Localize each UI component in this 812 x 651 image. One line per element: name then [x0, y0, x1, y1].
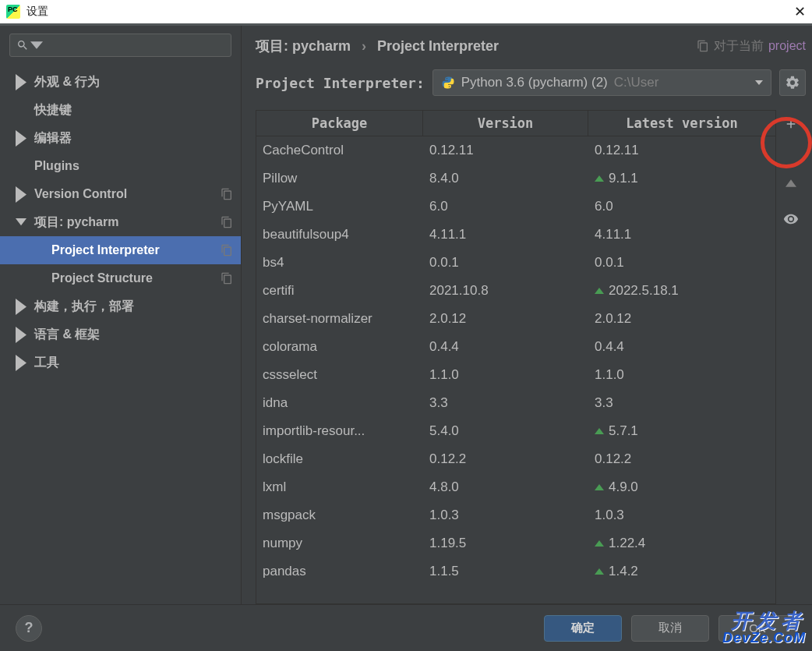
- col-header-latest[interactable]: Latest version: [588, 111, 775, 136]
- sidebar-item[interactable]: 外观 & 行为: [0, 68, 241, 96]
- table-row[interactable]: numpy1.19.51.22.4: [256, 529, 775, 557]
- table-row[interactable]: msgpack1.0.31.0.3: [256, 501, 775, 529]
- cell-latest: 0.0.1: [588, 255, 775, 271]
- table-row[interactable]: pandas1.1.51.4.2: [256, 557, 775, 586]
- add-package-button[interactable]: [777, 110, 805, 138]
- cell-package: PyYAML: [256, 199, 423, 214]
- update-available-icon: [595, 428, 604, 434]
- chevron-right-icon: [16, 327, 26, 343]
- search-input[interactable]: [9, 34, 231, 57]
- cell-latest: 1.0.3: [588, 508, 775, 523]
- sidebar-item-label: Plugins: [34, 159, 79, 173]
- table-row[interactable]: lxml4.8.04.9.0: [256, 473, 775, 501]
- chevron-down-icon: [16, 218, 26, 225]
- cell-version: 0.4.4: [423, 339, 588, 355]
- sidebar-item[interactable]: 项目: pycharm: [0, 208, 241, 236]
- help-button[interactable]: ?: [16, 615, 42, 642]
- cell-version: 0.12.11: [423, 143, 588, 158]
- ok-button[interactable]: 确定: [544, 615, 622, 642]
- packages-table-body[interactable]: CacheControl0.12.110.12.11Pillow8.4.09.1…: [256, 136, 775, 603]
- col-header-package[interactable]: Package: [256, 111, 423, 136]
- eye-icon: [783, 211, 799, 227]
- sidebar-item-label: 外观 & 行为: [34, 74, 100, 90]
- sidebar-item[interactable]: 快捷键: [0, 96, 241, 124]
- sidebar-item-label: 项目: pycharm: [34, 214, 118, 231]
- python-icon: [441, 76, 455, 90]
- sidebar-item[interactable]: 工具: [0, 348, 241, 377]
- copy-icon: [697, 40, 709, 52]
- sidebar-item[interactable]: 构建，执行，部署: [0, 292, 241, 320]
- main-panel: 项目: pycharm › Project Interpreter 对于当前 p…: [242, 26, 812, 604]
- table-row[interactable]: charset-normalizer2.0.122.0.12: [256, 305, 775, 333]
- cell-version: 1.1.5: [423, 564, 588, 579]
- chevron-down-icon: [30, 39, 43, 51]
- sidebar-item-label: 快捷键: [34, 102, 72, 119]
- chevron-right-icon: [16, 130, 26, 147]
- cell-version: 1.19.5: [423, 536, 588, 551]
- cell-version: 8.4.0: [423, 171, 588, 186]
- interpreter-name: Python 3.6 (pycharm) (2): [461, 75, 608, 90]
- table-row[interactable]: PyYAML6.06.0: [256, 193, 775, 221]
- cell-version: 0.0.1: [423, 255, 588, 271]
- interpreter-settings-button[interactable]: [779, 69, 806, 96]
- cell-package: lxml: [256, 479, 423, 495]
- cell-version: 2021.10.8: [423, 283, 588, 299]
- sidebar-item[interactable]: 语言 & 框架: [0, 320, 241, 348]
- cell-package: bs4: [256, 255, 423, 271]
- cell-latest: 9.1.1: [588, 171, 775, 186]
- table-row[interactable]: colorama0.4.40.4.4: [256, 333, 775, 361]
- cell-latest: 0.4.4: [588, 339, 775, 355]
- packages-table: Package Version Latest version CacheCont…: [256, 110, 776, 604]
- breadcrumb: 项目: pycharm › Project Interpreter 对于当前 p…: [256, 37, 806, 55]
- table-row[interactable]: idna3.33.3: [256, 389, 775, 417]
- chevron-right-icon: [16, 355, 26, 371]
- cell-package: idna: [256, 395, 423, 411]
- cell-latest: 1.1.0: [588, 367, 775, 383]
- table-row[interactable]: CacheControl0.12.110.12.11: [256, 136, 775, 165]
- cell-version: 5.4.0: [423, 423, 588, 439]
- scope-label: 对于当前: [714, 38, 764, 55]
- table-row[interactable]: importlib-resour...5.4.05.7.1: [256, 417, 775, 445]
- arrow-up-icon: [786, 179, 796, 187]
- cell-package: lockfile: [256, 451, 423, 467]
- upgrade-package-button[interactable]: [777, 169, 805, 197]
- sidebar-item[interactable]: 编辑器: [0, 124, 241, 152]
- sidebar-item[interactable]: Version Control: [0, 180, 241, 208]
- interpreter-path: C:\User: [614, 75, 659, 90]
- sidebar-item[interactable]: Project Interpreter: [0, 236, 241, 264]
- close-icon[interactable]: ✕: [794, 3, 806, 20]
- sidebar-item-label: 语言 & 框架: [34, 327, 100, 343]
- cell-package: importlib-resour...: [256, 423, 423, 439]
- cell-version: 2.0.12: [423, 311, 588, 327]
- interpreter-label: Project Interpreter:: [256, 75, 425, 91]
- breadcrumb-project: 项目: pycharm: [256, 37, 351, 55]
- table-row[interactable]: beautifulsoup44.11.14.11.1: [256, 221, 775, 249]
- sidebar-item[interactable]: Project Structure: [0, 264, 241, 292]
- sidebar-item-label: Version Control: [34, 187, 127, 201]
- pycharm-icon: [6, 5, 20, 19]
- chevron-down-icon: [755, 80, 763, 85]
- chevron-right-icon: [16, 186, 26, 203]
- col-header-version[interactable]: Version: [423, 111, 588, 136]
- sidebar-item-label: 编辑器: [34, 130, 72, 147]
- sidebar-item-label: Project Structure: [51, 271, 153, 285]
- cell-package: msgpack: [256, 508, 423, 523]
- table-row[interactable]: lockfile0.12.20.12.2: [256, 445, 775, 473]
- table-row[interactable]: certifi2021.10.82022.5.18.1: [256, 277, 775, 305]
- cell-latest: 0.12.2: [588, 451, 775, 467]
- cancel-button[interactable]: 取消: [631, 615, 709, 642]
- table-row[interactable]: bs40.0.10.0.1: [256, 249, 775, 277]
- show-early-releases-button[interactable]: [777, 205, 805, 233]
- cell-latest: 1.22.4: [588, 536, 775, 551]
- gear-icon: [785, 75, 800, 90]
- apply-button[interactable]: OK: [718, 615, 796, 642]
- interpreter-dropdown[interactable]: Python 3.6 (pycharm) (2) C:\User: [432, 69, 771, 96]
- table-row[interactable]: Pillow8.4.09.1.1: [256, 165, 775, 193]
- search-icon: [16, 39, 29, 51]
- cell-package: pandas: [256, 564, 423, 579]
- table-row[interactable]: cssselect1.1.01.1.0: [256, 361, 775, 389]
- cell-version: 3.3: [423, 395, 588, 411]
- sidebar-item[interactable]: Plugins: [0, 152, 241, 180]
- cell-latest: 0.12.11: [588, 143, 775, 158]
- update-available-icon: [595, 540, 604, 547]
